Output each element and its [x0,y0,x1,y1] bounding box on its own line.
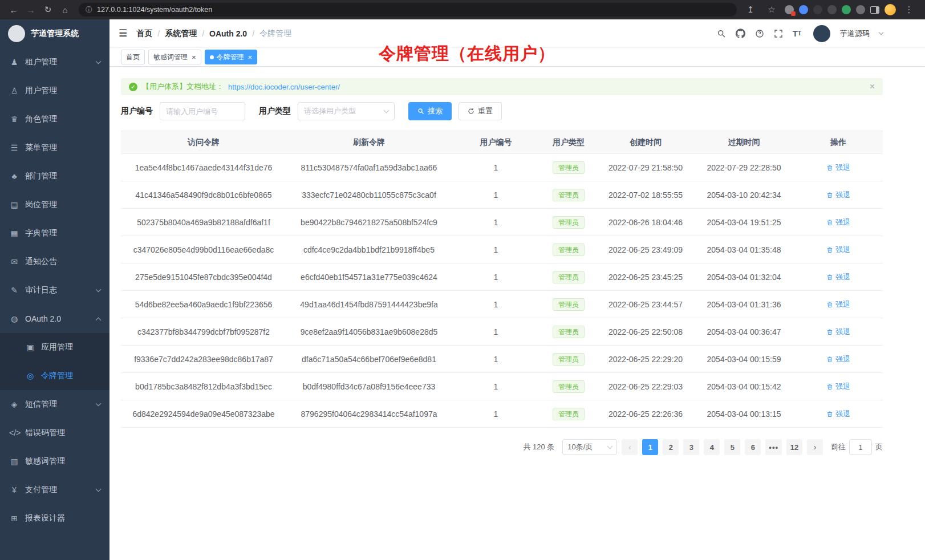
tenant-icon: ♟ [9,58,19,67]
token-icon: ◎ [25,371,35,380]
bookmark-star-icon[interactable]: ☆ [764,2,780,17]
tab[interactable]: 令牌管理 × [205,50,258,64]
sidebar-item[interactable]: ♟ 租户管理 [0,48,109,76]
force-logout-button[interactable]: 强退 [826,299,850,310]
sidebar-item[interactable]: ◎ 令牌管理 [0,362,109,390]
page-button[interactable]: 1 [642,439,658,455]
tab-close-icon[interactable]: × [248,54,253,61]
sidebar-item[interactable]: ✎ 审计日志 [0,276,109,305]
tab[interactable]: 首页 [121,50,145,64]
force-logout-button[interactable]: 强退 [826,409,850,419]
page-button[interactable]: 3 [683,439,699,455]
sidebar-item[interactable]: ♙ 用户管理 [0,76,109,105]
user-type-tag: 管理员 [553,271,585,283]
force-logout-button[interactable]: 强退 [826,217,850,228]
force-logout-button[interactable]: 强退 [826,245,850,255]
back-icon[interactable]: ← [6,2,22,17]
extension-icon[interactable] [799,5,808,14]
extensions-puzzle-icon[interactable] [856,5,865,14]
share-icon[interactable]: ↥ [743,2,758,17]
table-row: 1ea5e44f8bc1467aaede43144f31de76 811c530… [121,154,883,181]
page-button[interactable]: 12 [786,439,802,455]
alert-close-icon[interactable]: × [870,82,875,92]
force-logout-button[interactable]: 强退 [826,190,850,200]
sidebar-item[interactable]: ✉ 通知公告 [0,247,109,276]
dict-icon: ▦ [9,229,19,238]
sidebar-fold-icon[interactable]: ☰ [119,27,127,39]
sidebar-item[interactable]: ▣ 应用管理 [0,333,109,362]
font-size-icon[interactable] [793,29,801,38]
user-type-tag: 管理员 [553,326,585,338]
cell-user-id: 1 [452,346,540,373]
prev-page-button[interactable]: ‹ [622,439,638,455]
forward-icon[interactable]: → [23,2,39,17]
goto-page-input[interactable] [849,439,872,455]
sidebar-item[interactable]: ◍ OAuth 2.0 [0,305,109,333]
page-button[interactable]: 2 [663,439,679,455]
sidebar-item[interactable]: ¥ 支付管理 [0,476,109,504]
extension-icon[interactable] [813,5,822,14]
page-button[interactable]: ••• [765,439,782,455]
table-row: b0d1785bc3a8482f812db4a3f3bd15ec b0df498… [121,373,883,400]
github-icon[interactable] [736,29,745,38]
sidebar-item[interactable]: </> 错误码管理 [0,419,109,447]
force-logout-button[interactable]: 强退 [826,272,850,282]
sidebar: 芋道管理系统 ♟ 租户管理 ♙ 用户管理 ♛ 角色管理 [0,19,109,560]
extension-icon[interactable] [827,5,837,14]
sidebar-item[interactable]: ♛ 角色管理 [0,105,109,133]
reload-icon[interactable]: ↻ [40,2,56,17]
extension-icon[interactable] [842,5,851,14]
cell-create-time: 2022-06-25 23:45:25 [597,263,694,291]
sidebar-item[interactable]: ▤ 岗位管理 [0,190,109,219]
sidebar-item[interactable]: ☰ 菜单管理 [0,133,109,162]
chevron-icon [96,400,102,406]
force-logout-button[interactable]: 强退 [826,327,850,337]
breadcrumb-item[interactable]: 系统管理 [165,29,197,39]
user-avatar[interactable] [813,25,830,42]
reset-button[interactable]: 重置 [459,102,502,120]
breadcrumb-item[interactable]: 令牌管理 [259,29,291,39]
search-button[interactable]: 搜索 [408,102,452,120]
address-bar[interactable]: ⓘ 127.0.0.1:1024/system/oauth2/token [79,3,737,17]
force-logout-button[interactable]: 强退 [826,163,850,173]
user-menu-caret-icon[interactable] [879,30,883,35]
breadcrumb-item[interactable]: 首页 [136,29,152,39]
next-page-button[interactable]: › [807,439,823,455]
sidebar-item[interactable]: ♣ 部门管理 [0,162,109,190]
help-icon[interactable] [755,29,764,38]
cell-create-time: 2022-07-29 21:58:50 [597,154,694,181]
sidebar-item[interactable]: ◈ 短信管理 [0,390,109,419]
app-title: 芋道管理系统 [31,29,79,39]
fullscreen-icon[interactable] [774,29,783,38]
user-type-select[interactable]: 请选择用户类型 [298,102,395,120]
site-info-icon[interactable]: ⓘ [86,5,92,15]
browser-profile-avatar[interactable] [885,4,896,15]
tab-close-icon[interactable]: × [192,54,196,61]
user-id-input[interactable] [160,102,245,120]
tab[interactable]: 敏感词管理 × [148,50,201,64]
breadcrumb-separator: / [157,29,160,38]
force-logout-button[interactable]: 强退 [826,354,850,364]
browser-menu-icon[interactable]: ⋮ [901,2,917,17]
page-button[interactable]: 6 [745,439,761,455]
breadcrumb-item[interactable]: OAuth 2.0 [209,29,247,38]
page-button[interactable]: 5 [724,439,740,455]
doc-link[interactable]: https://doc.iocoder.cn/user-center/ [228,83,340,91]
page-size-select[interactable]: 10条/页 [562,439,617,455]
cell-refresh-token: be90422b8c7946218275a508bf524fc9 [286,209,452,236]
page-button[interactable]: 4 [704,439,720,455]
sidebar-item[interactable]: ▥ 敏感词管理 [0,447,109,476]
cell-expire-time: 2054-03-04 00:15:42 [694,373,794,400]
sidebar-item[interactable]: ▦ 字典管理 [0,219,109,247]
home-icon[interactable]: ⌂ [57,2,73,17]
search-icon[interactable] [717,29,726,38]
chevron-icon [96,286,102,292]
extension-icon[interactable] [785,5,794,14]
force-logout-button[interactable]: 强退 [826,382,850,392]
pay-icon: ¥ [9,485,19,494]
main-content: ✓ 【用户体系】文档地址： https://doc.iocoder.cn/use… [109,67,925,560]
app-logo[interactable]: 芋道管理系统 [0,19,109,48]
user-type-tag: 管理员 [553,408,585,420]
side-panel-icon[interactable] [870,6,879,14]
sidebar-item[interactable]: ⊞ 报表设计器 [0,504,109,533]
